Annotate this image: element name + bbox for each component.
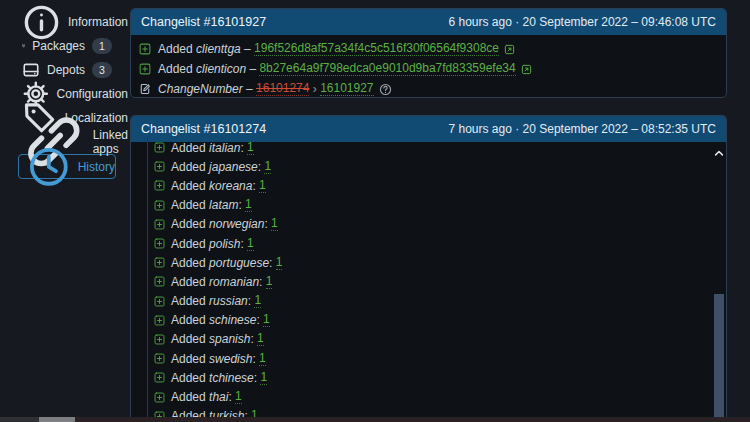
change-value-link[interactable]: 1 (266, 275, 273, 289)
change-action: Added (171, 275, 209, 289)
change-key: thai (209, 390, 228, 404)
separator: : (238, 198, 245, 212)
change-value-link[interactable]: 1 (264, 160, 271, 174)
sidebar-item-label: Information (68, 15, 128, 29)
added-icon[interactable] (154, 238, 165, 249)
added-icon[interactable] (154, 392, 165, 403)
change-row: Added italian: 1 (154, 138, 726, 157)
change-tree: Added italian: 1Added japanese: 1Added k… (147, 138, 726, 422)
change-row: Added clienttga – 196f526d8af57a34f4c5c5… (139, 39, 718, 59)
change-value-link[interactable]: 1 (276, 256, 283, 270)
changelist-body: Added italian: 1Added japanese: 1Added k… (131, 138, 726, 422)
added-icon[interactable] (139, 43, 151, 55)
sidebar-item-configuration[interactable]: Configuration (0, 82, 128, 106)
change-value-link[interactable]: 1 (260, 371, 267, 385)
depot-icon (22, 61, 40, 79)
changelist-body: Added clienttga – 196f526d8af57a34f4c5c5… (131, 35, 726, 98)
horizontal-scrollbar-thumb[interactable] (39, 417, 75, 422)
change-value-link[interactable]: 196f526d8af57a34f4c5c516f30f06564f9308ce (254, 42, 499, 56)
change-key: russian (209, 294, 248, 308)
change-action: Added (171, 217, 209, 231)
change-key: schinese (209, 313, 256, 327)
added-icon[interactable] (154, 257, 165, 268)
changelist-panel-2: Changelist #16101274 7 hours ago · 20 Se… (130, 115, 727, 422)
changelist-panel-1: Changelist #16101927 6 hours ago · 20 Se… (130, 8, 727, 98)
change-key: italian (209, 141, 240, 155)
change-value-link[interactable]: 1 (271, 217, 278, 231)
change-key: tchinese (209, 371, 254, 385)
added-icon[interactable] (154, 142, 165, 153)
change-value-link[interactable]: 1 (259, 352, 266, 366)
change-value-link[interactable]: 1 (259, 179, 266, 193)
change-row: Added thai: 1 (154, 387, 726, 406)
horizontal-scrollbar[interactable] (0, 417, 750, 422)
new-value-link[interactable]: 16101927 (320, 82, 373, 96)
package-icon (22, 44, 25, 47)
change-action: Added (171, 179, 209, 193)
change-action: Added (171, 141, 209, 155)
change-row: Added clienticon – 8b27e64a9f798edca0e90… (139, 59, 718, 79)
changelist-title: Changelist #16101927 (141, 15, 266, 29)
sidebar-item-label: Configuration (57, 87, 128, 101)
sidebar-item-label: Packages (32, 39, 85, 53)
separator: : (259, 275, 266, 289)
count-badge: 3 (92, 62, 112, 78)
question-icon[interactable] (379, 83, 392, 96)
change-key: norwegian (209, 217, 264, 231)
added-icon[interactable] (139, 63, 151, 75)
change-row: Added koreana: 1 (154, 176, 726, 195)
external-link-icon[interactable] (521, 64, 532, 75)
change-row: Added latam: 1 (154, 196, 726, 215)
change-row: Added spanish: 1 (154, 330, 726, 349)
added-icon[interactable] (154, 296, 165, 307)
sidebar-item-label: History (78, 160, 115, 174)
added-icon[interactable] (154, 200, 165, 211)
change-key: clienticon (196, 62, 246, 76)
info-icon (22, 3, 61, 42)
sidebar-item-label: Linked apps (93, 128, 128, 156)
change-action: Added (171, 352, 209, 366)
added-icon[interactable] (154, 180, 165, 191)
change-key: clienttga (196, 42, 241, 56)
added-icon[interactable] (154, 353, 165, 364)
separator: – (241, 42, 254, 56)
change-value-link[interactable]: 1 (235, 390, 242, 404)
change-key: japanese (209, 160, 258, 174)
change-key: spanish (209, 332, 250, 346)
separator: : (252, 352, 259, 366)
old-value-link[interactable]: 16101274 (256, 82, 309, 96)
added-icon[interactable] (154, 372, 165, 383)
added-icon[interactable] (154, 219, 165, 230)
change-value-link[interactable]: 1 (247, 141, 254, 155)
change-row: Added japanese: 1 (154, 157, 726, 176)
change-key: koreana (209, 179, 252, 193)
separator: : (250, 332, 257, 346)
added-icon[interactable] (154, 334, 165, 345)
added-icon[interactable] (154, 276, 165, 287)
change-action: Added (171, 160, 209, 174)
change-row: Added swedish: 1 (154, 349, 726, 368)
external-link-icon[interactable] (504, 44, 515, 55)
sidebar-item-history[interactable]: History (18, 154, 116, 179)
vertical-scrollbar[interactable] (714, 143, 724, 422)
sidebar-item-depots[interactable]: Depots3 (0, 58, 128, 82)
change-row: Added schinese: 1 (154, 311, 726, 330)
change-row: Added russian: 1 (154, 292, 726, 311)
change-value-link[interactable]: 1 (263, 313, 270, 327)
change-value-link[interactable]: 8b27e64a9f798edca0e9010d9ba7fd83359efe34 (259, 62, 515, 76)
change-value-link[interactable]: 1 (257, 332, 264, 346)
change-value-link[interactable]: 1 (254, 294, 261, 308)
added-icon[interactable] (154, 161, 165, 172)
sidebar-item-packages[interactable]: Packages1 (0, 34, 128, 58)
scroll-up-icon[interactable] (713, 145, 725, 155)
change-value-link[interactable]: 1 (247, 237, 254, 251)
change-action: Added (171, 237, 209, 251)
separator: – (243, 82, 256, 96)
added-icon[interactable] (154, 315, 165, 326)
vertical-scrollbar-thumb[interactable] (714, 294, 724, 422)
sidebar-item-information[interactable]: Information (0, 10, 128, 34)
separator: : (252, 179, 259, 193)
separator: : (240, 237, 247, 251)
change-row: ChangeNumber – 16101274 › 16101927 (139, 79, 718, 98)
change-value-link[interactable]: 1 (245, 198, 252, 212)
